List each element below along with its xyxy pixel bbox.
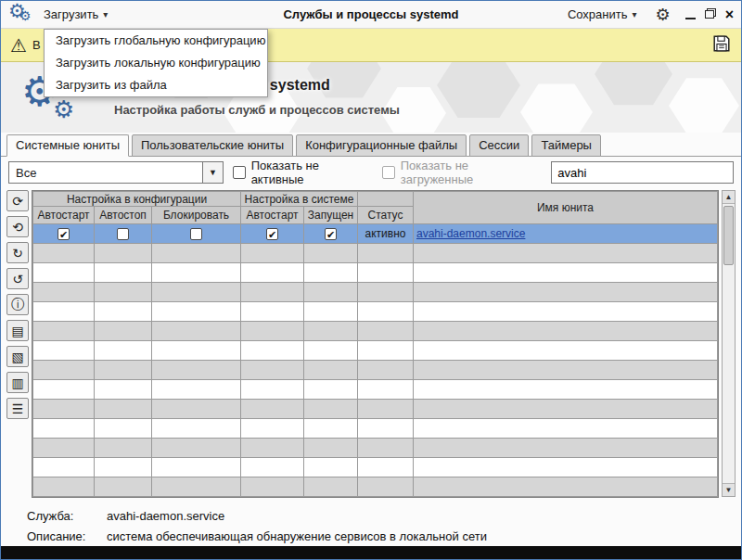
autostart-config-cell[interactable]: ✔: [33, 224, 95, 244]
service-value: avahi-daemon.service: [107, 509, 224, 523]
show-unloaded-checkbox[interactable]: Показать не загруженные: [382, 159, 542, 186]
group-header-empty: [358, 192, 414, 207]
app-window: ⚙ ⚙ Загрузить ▾ Службы и процессы system…: [0, 0, 742, 560]
list-icon: ☰: [12, 401, 24, 416]
undo-button[interactable]: ↺: [6, 268, 29, 289]
autostart-system-cell[interactable]: ✔: [241, 224, 304, 244]
settings-gear-icon[interactable]: ⚙: [656, 5, 671, 25]
load-menu-label: Загрузить: [44, 7, 98, 21]
load-dropdown-menu: Загрузить глобальную конфигурацию Загруз…: [44, 29, 268, 97]
checkbox-icon[interactable]: [190, 228, 202, 240]
load-menu-button[interactable]: Загрузить ▾: [36, 5, 115, 24]
description-label: Описание:: [27, 529, 107, 543]
app-gears-icon: ⚙ ⚙: [8, 3, 36, 27]
group-header-system[interactable]: Настройка в системе: [241, 192, 358, 207]
journal-icon: ▥: [11, 375, 23, 390]
file-button[interactable]: ▤: [6, 320, 29, 341]
minimize-button[interactable]: [685, 9, 696, 19]
refresh-button[interactable]: ⟳: [6, 190, 29, 211]
warning-text: В: [32, 38, 41, 52]
service-row: Служба: avahi-daemon.service: [27, 509, 741, 523]
checkbox-icon[interactable]: ✔: [325, 228, 337, 240]
table-row-empty: [33, 380, 718, 400]
tab-config-files[interactable]: Конфигурационные файлы: [296, 134, 467, 157]
table-row-empty: [33, 322, 718, 341]
search-input[interactable]: [551, 161, 734, 184]
gear-icon: ⚙: [53, 95, 74, 124]
save-floppy-icon[interactable]: [711, 33, 732, 57]
menu-item-load-local[interactable]: Загрузить локальную конфигурацию: [45, 52, 267, 74]
redo-button[interactable]: ↻: [6, 242, 29, 263]
column-header-block[interactable]: Блокировать: [152, 207, 241, 224]
chevron-down-icon: ▾: [103, 9, 108, 19]
table-row-empty: [33, 341, 718, 361]
checkbox-icon[interactable]: ✔: [266, 228, 278, 240]
group-header-config[interactable]: Настройка в конфигурации: [33, 192, 241, 207]
gear-icon: ⚙: [19, 8, 32, 23]
units-table: Настройка в конфигурации Настройка в сис…: [32, 190, 719, 498]
hexagon-decoration: [520, 81, 593, 133]
checkbox-icon[interactable]: ✔: [58, 228, 70, 240]
status-cell: активно: [358, 224, 414, 244]
save-menu-button[interactable]: Сохранить ▾: [560, 5, 645, 24]
close-button[interactable]: ×: [725, 9, 734, 19]
checkbox-icon[interactable]: [117, 228, 129, 240]
checkbox-icon[interactable]: [233, 166, 246, 179]
tab-timers[interactable]: Таймеры: [531, 134, 601, 157]
description-row: Описание: система обеспечивающая обнаруж…: [27, 529, 741, 543]
config-file-button[interactable]: ▧: [6, 346, 29, 367]
block-cell[interactable]: [152, 224, 241, 244]
table-row-empty: [33, 458, 718, 477]
column-header-unit-name[interactable]: Имя юнита: [414, 192, 718, 224]
show-inactive-label: Показать не активные: [251, 159, 373, 186]
vertical-scrollbar[interactable]: ▲ ▼: [722, 190, 736, 497]
refresh-icon: ⟳: [12, 194, 23, 209]
window-title: Службы и процессы systemd: [283, 7, 458, 21]
running-cell[interactable]: ✔: [304, 224, 358, 244]
unit-link[interactable]: avahi-daemon.service: [416, 227, 525, 240]
table-row-empty: [33, 244, 718, 263]
column-header-autostop[interactable]: Автостоп: [95, 207, 152, 224]
reload-service-button[interactable]: ⟲: [6, 216, 29, 237]
maximize-button[interactable]: [705, 10, 714, 19]
unit-name-cell: avahi-daemon.service: [414, 224, 718, 244]
journal-button[interactable]: ▥: [6, 372, 29, 393]
console-bar: [1, 546, 741, 559]
hexagon-decoration: [669, 75, 739, 133]
tab-user-units[interactable]: Пользовательские юниты: [132, 134, 293, 157]
tab-sessions[interactable]: Сессии: [469, 134, 529, 157]
combobox-value: Все: [9, 166, 202, 180]
scroll-up-icon[interactable]: ▲: [723, 191, 735, 204]
redo-icon: ↻: [12, 246, 23, 261]
table-row-empty: [33, 361, 718, 380]
chevron-down-icon: ▾: [632, 9, 636, 19]
tab-system-units[interactable]: Системные юниты: [6, 134, 129, 157]
scroll-down-icon[interactable]: ▼: [723, 483, 735, 496]
autostop-cell[interactable]: [95, 224, 152, 244]
window-controls: ×: [685, 9, 734, 19]
details-panel: Служба: avahi-daemon.service Описание: с…: [1, 502, 741, 546]
hexagon-decoration: [595, 62, 672, 108]
table-row-avahi[interactable]: ✔ ✔ ✔ активно avahi-daemon.service: [33, 224, 718, 244]
main-area: ⟳ ⟲ ↻ ↺ ⓘ ▤ ▧ ▥ ☰ Настройка в конфигурац…: [1, 188, 741, 502]
table-row-empty: [33, 400, 718, 419]
column-header-status[interactable]: Статус: [358, 207, 414, 224]
titlebar-right: Сохранить ▾ ⚙ ×: [560, 5, 734, 25]
show-inactive-checkbox[interactable]: Показать не активные: [233, 159, 373, 186]
menu-item-load-from-file[interactable]: Загрузить из файла: [45, 74, 267, 96]
scrollbar-thumb[interactable]: [723, 206, 734, 265]
file-icon: ▤: [11, 324, 23, 338]
menu-item-load-global[interactable]: Загрузить глобальную конфигурацию: [45, 30, 267, 52]
filter-combobox[interactable]: Все ▼: [8, 161, 224, 184]
undo-icon: ↺: [12, 272, 23, 286]
checkbox-icon[interactable]: [382, 166, 395, 179]
list-button[interactable]: ☰: [6, 398, 29, 419]
info-button[interactable]: ⓘ: [6, 294, 29, 315]
combobox-arrow-icon[interactable]: ▼: [202, 162, 223, 183]
column-header-running[interactable]: Запущен: [304, 207, 358, 224]
column-header-autostart-system[interactable]: Автостарт: [241, 207, 304, 224]
banner-subtitle: Настройка работы служб и процессов систе…: [114, 103, 400, 117]
column-header-autostart-config[interactable]: Автостарт: [33, 207, 95, 224]
table-row-empty: [33, 263, 718, 283]
table-row-empty: [33, 302, 718, 322]
